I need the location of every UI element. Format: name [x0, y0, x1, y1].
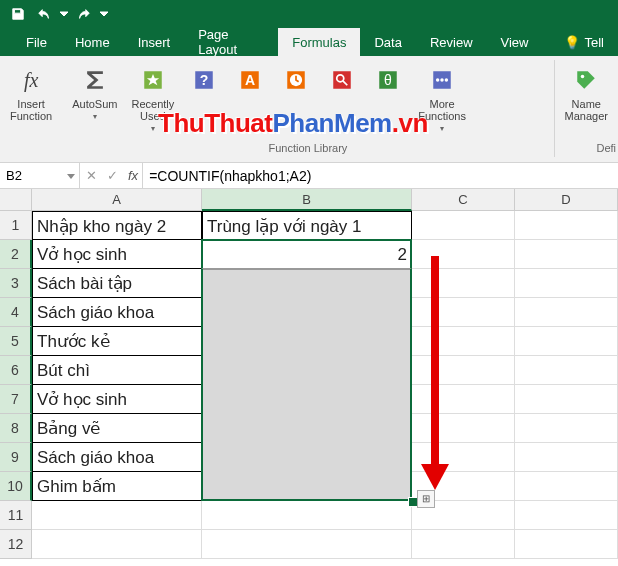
row-header-11[interactable]: 11 — [0, 501, 32, 530]
cell-B10[interactable]: 0 — [202, 472, 412, 501]
tab-formulas[interactable]: Formulas — [278, 28, 360, 56]
logical-button[interactable]: ? Logical — [182, 62, 226, 138]
row-header-2[interactable]: 2 — [0, 240, 32, 269]
cell-D8[interactable] — [515, 414, 618, 443]
cell-A3[interactable]: Sách bài tập — [32, 269, 202, 298]
accept-icon[interactable]: ✓ — [107, 168, 118, 183]
star-icon — [137, 64, 169, 96]
cell-A2[interactable]: Vở học sinh — [32, 240, 202, 269]
cell-C7[interactable] — [412, 385, 515, 414]
cell-D5[interactable] — [515, 327, 618, 356]
cell-C9[interactable] — [412, 443, 515, 472]
cell-C8[interactable] — [412, 414, 515, 443]
cancel-icon[interactable]: ✕ — [86, 168, 97, 183]
cell-D4[interactable] — [515, 298, 618, 327]
grid[interactable]: Nhập kho ngày 2 Trùng lặp với ngày 1 Vở … — [32, 211, 618, 559]
insert-function-button[interactable]: fx Insert Function — [4, 62, 58, 138]
ribbon-group-defined-names: Defi — [555, 141, 618, 155]
cell-C12[interactable] — [412, 530, 515, 559]
undo-dropdown-icon[interactable] — [58, 3, 70, 25]
row-header-7[interactable]: 7 — [0, 385, 32, 414]
cell-A11[interactable] — [32, 501, 202, 530]
autofill-options-icon[interactable]: ⊞ — [417, 490, 435, 508]
text-button[interactable]: A — [228, 62, 272, 138]
cell-D10[interactable] — [515, 472, 618, 501]
cell-B9[interactable]: 3 — [202, 443, 412, 472]
datetime-button[interactable] — [274, 62, 318, 138]
qat-customize-icon[interactable] — [98, 3, 110, 25]
cell-C4[interactable] — [412, 298, 515, 327]
cell-B3[interactable]: 2 — [202, 269, 412, 298]
save-icon[interactable] — [6, 3, 30, 25]
tab-data[interactable]: Data — [360, 28, 415, 56]
tab-review[interactable]: Review — [416, 28, 487, 56]
column-header-B[interactable]: B — [202, 189, 412, 211]
cell-B11[interactable] — [202, 501, 412, 530]
cell-D9[interactable] — [515, 443, 618, 472]
row-header-4[interactable]: 4 — [0, 298, 32, 327]
cell-B7[interactable]: 2 — [202, 385, 412, 414]
cell-B6[interactable]: 0 — [202, 356, 412, 385]
tab-insert[interactable]: Insert — [124, 28, 185, 56]
column-header-A[interactable]: A — [32, 189, 202, 211]
row-header-10[interactable]: 10 — [0, 472, 32, 501]
cell-A6[interactable]: Bút chì — [32, 356, 202, 385]
chevron-down-icon: ▾ — [151, 124, 155, 133]
name-manager-button[interactable]: Name Manager — [559, 62, 614, 138]
fill-handle[interactable] — [409, 498, 417, 506]
cell-A10[interactable]: Ghim bấm — [32, 472, 202, 501]
undo-icon[interactable] — [32, 3, 56, 25]
cell-D3[interactable] — [515, 269, 618, 298]
cell-D12[interactable] — [515, 530, 618, 559]
cell-A5[interactable]: Thước kẻ — [32, 327, 202, 356]
row-header-1[interactable]: 1 — [0, 211, 32, 240]
column-header-D[interactable]: D — [515, 189, 618, 211]
recently-used-button[interactable]: Recently Used ▾ — [125, 62, 180, 138]
lookup-button[interactable] — [320, 62, 364, 138]
cell-D2[interactable] — [515, 240, 618, 269]
row-header-8[interactable]: 8 — [0, 414, 32, 443]
cell-C2[interactable] — [412, 240, 515, 269]
cell-B2[interactable]: 2 — [202, 240, 412, 269]
tab-home[interactable]: Home — [61, 28, 124, 56]
cell-A8[interactable]: Bảng vẽ — [32, 414, 202, 443]
cell-D7[interactable] — [515, 385, 618, 414]
tab-page-layout[interactable]: Page Layout — [184, 28, 278, 56]
cell-B8[interactable]: 0 — [202, 414, 412, 443]
row-header-12[interactable]: 12 — [0, 530, 32, 559]
tab-view[interactable]: View — [487, 28, 543, 56]
cell-D1[interactable] — [515, 211, 618, 240]
more-functions-button[interactable]: More Functions ▾ — [412, 62, 472, 138]
name-box[interactable]: B2 — [0, 163, 80, 188]
cell-A12[interactable] — [32, 530, 202, 559]
cell-C5[interactable] — [412, 327, 515, 356]
column-header-C[interactable]: C — [412, 189, 515, 211]
cell-A1[interactable]: Nhập kho ngày 2 — [32, 211, 202, 240]
cell-D11[interactable] — [515, 501, 618, 530]
cell-C6[interactable] — [412, 356, 515, 385]
row-header-5[interactable]: 5 — [0, 327, 32, 356]
cell-B5[interactable]: 0 — [202, 327, 412, 356]
cell-A7[interactable]: Vở học sinh — [32, 385, 202, 414]
row-header-6[interactable]: 6 — [0, 356, 32, 385]
fx-icon[interactable]: fx — [124, 163, 143, 188]
redo-icon[interactable] — [72, 3, 96, 25]
row-header-9[interactable]: 9 — [0, 443, 32, 472]
cell-B1[interactable]: Trùng lặp với ngày 1 — [202, 211, 412, 240]
row-header-3[interactable]: 3 — [0, 269, 32, 298]
cell-B12[interactable] — [202, 530, 412, 559]
formula-input[interactable]: =COUNTIF(nhapkho1;A2) — [143, 163, 618, 188]
cell-B4[interactable]: 3 — [202, 298, 412, 327]
cell-A9[interactable]: Sách giáo khoa — [32, 443, 202, 472]
chevron-down-icon: ▾ — [440, 124, 444, 133]
cell-C3[interactable] — [412, 269, 515, 298]
ribbon-group-function-library: Function Library — [62, 141, 553, 155]
cell-D6[interactable] — [515, 356, 618, 385]
select-all-corner[interactable] — [0, 189, 32, 211]
cell-A4[interactable]: Sách giáo khoa — [32, 298, 202, 327]
tab-tell-me[interactable]: 💡 Tell — [550, 28, 618, 56]
tab-file[interactable]: File — [12, 28, 61, 56]
cell-C1[interactable] — [412, 211, 515, 240]
math-button[interactable]: θ — [366, 62, 410, 138]
autosum-button[interactable]: AutoSum ▾ — [66, 62, 123, 138]
